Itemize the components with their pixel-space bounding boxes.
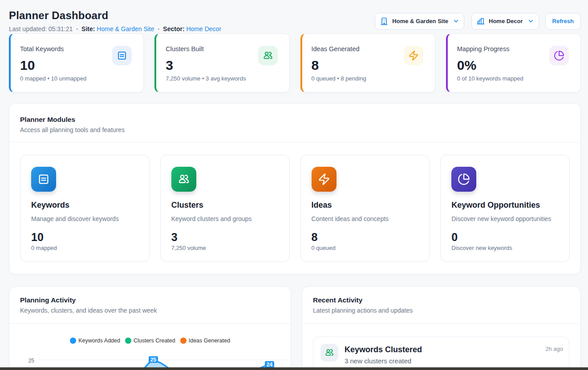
svg-text:25: 25 (150, 357, 157, 363)
svg-text:25: 25 (28, 358, 35, 364)
svg-text:24: 24 (267, 362, 273, 368)
